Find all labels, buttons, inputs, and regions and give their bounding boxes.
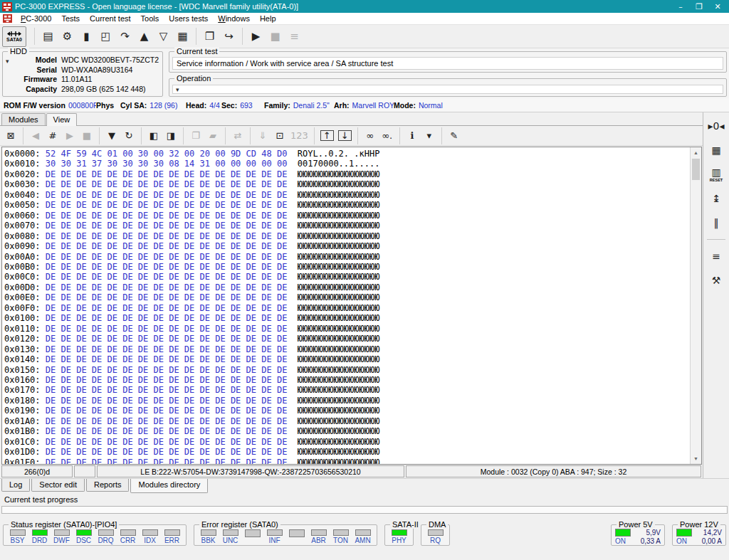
hex-ascii[interactable]: ЮЮЮЮЮЮЮЮЮЮЮЮЮЮЮЮ [287,262,379,272]
object-info-icon-button[interactable]: ℹ [404,127,421,144]
save-module-copy-icon-button[interactable]: ◨ [162,127,179,144]
surface-grid-icon-button[interactable]: ▦ [173,27,192,46]
scrollbar-track[interactable] [691,181,701,453]
hex-ascii[interactable]: ЮЮЮЮЮЮЮЮЮЮЮЮЮЮЮЮ [287,190,379,200]
copy-icon-button[interactable]: ❐ [187,127,204,144]
find-icon-button[interactable]: ∞ [362,127,379,144]
hex-ascii[interactable]: ЮЮЮЮЮЮЮЮЮЮЮЮЮЮЮЮ [287,426,379,436]
bottom-tab-log[interactable]: Log [1,479,30,492]
bottom-tab-modules-directory[interactable]: Modules directory [130,479,208,493]
hex-bytes[interactable]: DE DE DE DE DE DE DE DE DE DE DE DE DE D… [41,365,288,375]
info-dropdown-icon-button[interactable]: ▾ [421,127,438,144]
hex-bytes[interactable]: DE DE DE DE DE DE DE DE DE DE DE DE DE D… [41,262,288,272]
hex-bytes[interactable]: DE DE DE DE DE DE DE DE DE DE DE DE DE D… [41,292,288,302]
drive-card-icon-button[interactable]: ▦ [706,141,727,159]
minimize-button[interactable]: – [671,0,690,13]
terminal-probe-icon-button[interactable]: ↨ [706,189,727,208]
hex-bytes[interactable]: DE DE DE DE DE DE DE DE DE DE DE DE DE D… [41,313,288,323]
merge-filter-icon-button[interactable]: ▽ [154,27,173,46]
hex-bytes[interactable]: DE DE DE DE DE DE DE DE DE DE DE DE DE D… [41,385,288,395]
hex-ascii[interactable]: ЮЮЮЮЮЮЮЮЮЮЮЮЮЮЮЮ [287,375,379,385]
copy-windows-icon-button[interactable]: ❐ [200,27,219,46]
hex-ascii[interactable]: ЮЮЮЮЮЮЮЮЮЮЮЮЮЮЮЮ [287,406,379,416]
hex-bytes[interactable]: DE DE DE DE DE DE DE DE DE DE DE DE DE D… [41,354,288,364]
head-tools-icon-button[interactable]: ▲ [135,27,154,46]
scroll-down-icon[interactable]: ▼ [691,453,701,464]
vertical-scrollbar[interactable]: ▲ ▼ [690,147,701,464]
hex-bytes[interactable]: DE DE DE DE DE DE DE DE DE DE DE DE DE D… [41,344,288,354]
report-utility-icon-button[interactable]: ▤ [38,27,58,46]
stop-test-icon-button[interactable]: ■ [266,27,285,46]
system-menu-icon[interactable] [3,14,12,23]
page-last-icon-button[interactable]: ↓ [336,127,354,144]
hex-ascii[interactable]: ЮЮЮЮЮЮЮЮЮЮЮЮЮЮЮЮ [287,179,379,189]
hex-bytes[interactable]: DE DE DE DE DE DE DE DE DE DE DE DE DE D… [41,396,288,406]
scroll-up-icon[interactable]: ▲ [691,147,701,158]
modules-menu-icon-button[interactable]: ≡ [706,247,727,265]
utility-settings-icon-button[interactable]: ⚒ [706,271,727,290]
load-from-file-icon-button[interactable]: ⊡ [271,127,288,144]
view-filter-icon-button[interactable]: ▼ [103,127,120,144]
save-to-file-icon-button[interactable]: ⇓ [254,127,271,144]
resources-icon-button[interactable]: ◰ [96,27,115,46]
tab-modules[interactable]: Modules [1,113,46,125]
hex-bytes[interactable]: DE DE DE DE DE DE DE DE DE DE DE DE DE D… [41,241,288,251]
hex-ascii[interactable]: ЮЮЮЮЮЮЮЮЮЮЮЮЮЮЮЮ [287,200,379,210]
menu-pc-3000[interactable]: PC-3000 [16,14,56,23]
hex-ascii[interactable]: ЮЮЮЮЮЮЮЮЮЮЮЮЮЮЮЮ [287,211,379,221]
hex-ascii[interactable]: ЮЮЮЮЮЮЮЮЮЮЮЮЮЮЮЮ [287,292,379,302]
hex-ascii[interactable]: ЮЮЮЮЮЮЮЮЮЮЮЮЮЮЮЮ [287,313,379,323]
hex-dump[interactable]: 0x0000: 52 4F 59 4C 01 00 30 00 32 00 20… [2,147,690,464]
menu-tools[interactable]: Tools [136,14,164,23]
hex-bytes[interactable]: DE DE DE DE DE DE DE DE DE DE DE DE DE D… [41,375,288,385]
hex-ascii[interactable]: ЮЮЮЮЮЮЮЮЮЮЮЮЮЮЮЮ [287,252,379,262]
hex-bytes[interactable]: DE DE DE DE DE DE DE DE DE DE DE DE DE D… [41,179,288,189]
exit-utility-icon-button[interactable]: ↪ [219,27,238,46]
save-module-icon-button[interactable]: ◧ [145,127,162,144]
hex-bytes[interactable]: DE DE DE DE DE DE DE DE DE DE DE DE DE D… [41,211,288,221]
menu-help[interactable]: Help [255,14,281,23]
hex-ascii[interactable]: ЮЮЮЮЮЮЮЮЮЮЮЮЮЮЮЮ [287,354,379,364]
pause-icon-button[interactable]: ‖ [706,213,727,232]
hex-bytes[interactable]: DE DE DE DE DE DE DE DE DE DE DE DE DE D… [41,324,288,334]
hex-ascii[interactable]: ЮЮЮЮЮЮЮЮЮЮЮЮЮЮЮЮ [287,169,379,179]
compare-icon-button[interactable]: ⇄ [229,127,246,144]
hex-bytes[interactable]: 30 30 31 37 30 30 30 30 08 14 31 00 00 0… [41,159,288,169]
hex-bytes[interactable]: 52 4F 59 4C 01 00 30 00 32 00 20 00 9D C… [41,149,288,159]
hex-bytes[interactable]: DE DE DE DE DE DE DE DE DE DE DE DE DE D… [41,406,288,416]
scrollbar-thumb[interactable] [692,159,700,180]
tab-view[interactable]: View [46,113,78,126]
goto-object-icon-button[interactable]: # [44,127,61,144]
find-next-icon-button[interactable]: ∞. [379,127,396,144]
next-object-icon-button[interactable]: ▶ [61,127,78,144]
hex-ascii[interactable]: ЮЮЮЮЮЮЮЮЮЮЮЮЮЮЮЮ [287,272,379,282]
paste-icon-button[interactable]: ▰ [204,127,221,144]
hex-bytes[interactable]: DE DE DE DE DE DE DE DE DE DE DE DE DE D… [41,437,288,447]
hex-bytes[interactable]: DE DE DE DE DE DE DE DE DE DE DE DE DE D… [41,303,288,313]
hex-ascii[interactable]: ЮЮЮЮЮЮЮЮЮЮЮЮЮЮЮЮ [287,447,379,457]
hex-ascii[interactable]: ЮЮЮЮЮЮЮЮЮЮЮЮЮЮЮЮ [287,303,379,313]
hex-bytes[interactable]: DE DE DE DE DE DE DE DE DE DE DE DE DE D… [41,221,288,231]
operation-field[interactable]: ▾ [172,85,723,94]
hex-bytes[interactable]: DE DE DE DE DE DE DE DE DE DE DE DE DE D… [41,458,288,464]
chip-test-icon-button[interactable]: ▮ [77,27,96,46]
hex-bytes[interactable]: DE DE DE DE DE DE DE DE DE DE DE DE DE D… [41,416,288,426]
hex-ascii[interactable]: ЮЮЮЮЮЮЮЮЮЮЮЮЮЮЮЮ [287,231,379,241]
numeric-view-icon-button[interactable]: 123 [288,127,310,144]
close-view-icon-button[interactable]: ⊠ [2,127,19,144]
drive-reset-icon-button[interactable]: ▥RESET [706,165,727,184]
close-button[interactable]: ✕ [708,0,727,13]
hex-bytes[interactable]: DE DE DE DE DE DE DE DE DE DE DE DE DE D… [41,272,288,282]
hex-bytes[interactable]: DE DE DE DE DE DE DE DE DE DE DE DE DE D… [41,426,288,436]
hdd-dropdown-icon[interactable]: ▾ [6,58,9,65]
prev-object-icon-button[interactable]: ◀ [27,127,44,144]
hex-ascii[interactable]: ЮЮЮЮЮЮЮЮЮЮЮЮЮЮЮЮ [287,396,379,406]
edit-mode-icon-button[interactable]: ✎ [446,127,463,144]
menu-current-test[interactable]: Current test [85,14,135,23]
menu-users-tests[interactable]: Users tests [164,14,213,23]
test-queue-icon-button[interactable]: ≡ [285,27,304,46]
database-operations-icon-button[interactable]: ↷ [115,27,135,46]
port-select-button[interactable]: SATA0 [2,26,26,47]
operation-dropdown-icon[interactable]: ▾ [176,86,179,93]
drive-power-icon-button[interactable]: ▸0◂ [706,117,727,135]
